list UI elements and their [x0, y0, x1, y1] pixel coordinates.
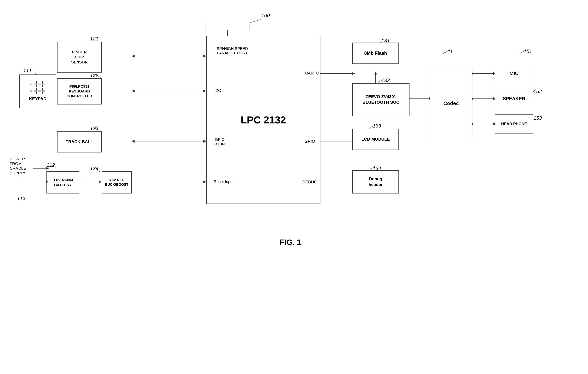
- box-buck-boost: 3.3V REG BUCK/BOOST: [102, 171, 132, 193]
- lpc-label: LPC 2132: [241, 114, 286, 126]
- bluetooth-label: ZEEVO ZV4301 BLUETOOTH SOC: [362, 94, 399, 105]
- box-trackball: TRACK BALL: [57, 131, 102, 152]
- box-debug-header: Debug header: [352, 170, 399, 193]
- box-lcd: LCD MODULE: [352, 129, 399, 150]
- box-bluetooth: ZEEVO ZV4301 BLUETOOTH SOC: [352, 83, 410, 116]
- label-gpio-right: GPIO: [302, 139, 317, 144]
- ref-124: 124: [90, 165, 98, 172]
- finger-label: FINGER CHIP SENSOR: [71, 50, 87, 65]
- svg-marker-12: [132, 140, 135, 142]
- ref-111: 111: [23, 68, 32, 74]
- label-i2c: I2C: [208, 88, 228, 93]
- trackball-label: TRACK BALL: [66, 139, 93, 145]
- headphone-label: HEAD PHONE: [501, 121, 527, 126]
- ref-153: 153: [533, 115, 542, 121]
- mic-label: MIC: [509, 70, 519, 77]
- fig-label: FIG. 1: [261, 238, 319, 247]
- codec-label: Codec: [443, 100, 459, 107]
- ref-141: 141: [444, 48, 453, 54]
- speaker-label: SPEAKER: [503, 96, 525, 101]
- svg-marker-6: [132, 55, 135, 58]
- box-keyboard-ctrl: P89LPC931 KEYBOARD CONTROLLER: [57, 78, 102, 104]
- label-debug: DEBUG: [301, 180, 318, 185]
- lcd-label: LCD MODULE: [361, 137, 390, 142]
- svg-marker-23: [352, 72, 355, 75]
- ref-113: 113: [17, 195, 25, 202]
- diagram: 100 LPC 2132 SPI/HIGH SPEED PARALLEL POR…: [0, 0, 588, 374]
- flash-label: 8Mb Flash: [364, 50, 387, 56]
- box-lpc2132: LPC 2132: [206, 36, 320, 204]
- label-reset: Reset Input: [208, 180, 239, 184]
- svg-marker-5: [203, 55, 206, 58]
- box-battery: 3.6V NI-NM BATTERY: [46, 171, 79, 193]
- label-gpio-ext: GPIO EXT INT: [208, 137, 231, 146]
- ref-123: 123: [90, 125, 98, 131]
- label-uart0: UART0: [302, 71, 321, 76]
- box-keypad: KEYPAD: [19, 74, 56, 108]
- debug-label: Debug header: [369, 176, 383, 187]
- ref-100: 100: [261, 13, 270, 19]
- keyboard-label: P89LPC931 KEYBOARD CONTROLLER: [67, 84, 92, 99]
- svg-marker-9: [132, 90, 135, 92]
- ref-151: 151: [524, 48, 532, 54]
- ref-112: 112: [46, 162, 55, 168]
- box-speaker: SPEAKER: [495, 89, 533, 108]
- svg-marker-14: [203, 181, 206, 183]
- battery-label: 3.6V NI-NM BATTERY: [53, 177, 73, 187]
- buck-label: 3.3V REG BUCK/BOOST: [105, 178, 128, 187]
- box-mic: MIC: [495, 64, 533, 83]
- ref-133: 133: [373, 123, 381, 129]
- svg-marker-27: [374, 71, 377, 74]
- keypad-label: KEYPAD: [29, 96, 46, 102]
- svg-marker-11: [203, 140, 206, 142]
- label-spi: SPI/HIGH SPEED PARALLEL PORT: [208, 46, 257, 55]
- box-codec: Codec: [430, 68, 472, 139]
- box-headphone: HEAD PHONE: [495, 114, 533, 133]
- svg-marker-8: [203, 90, 206, 92]
- ref-152: 152: [533, 89, 542, 95]
- ref-121: 121: [90, 36, 98, 42]
- ref-132: 132: [381, 77, 390, 83]
- ref-122: 122: [90, 72, 98, 79]
- label-power: POWER FROM CRADLE SUPPLY: [10, 157, 39, 175]
- box-finger-chip: FINGER CHIP SENSOR: [57, 42, 102, 72]
- svg-marker-19: [99, 181, 102, 183]
- box-flash: 8Mb Flash: [352, 42, 399, 64]
- svg-line-46: [250, 19, 261, 23]
